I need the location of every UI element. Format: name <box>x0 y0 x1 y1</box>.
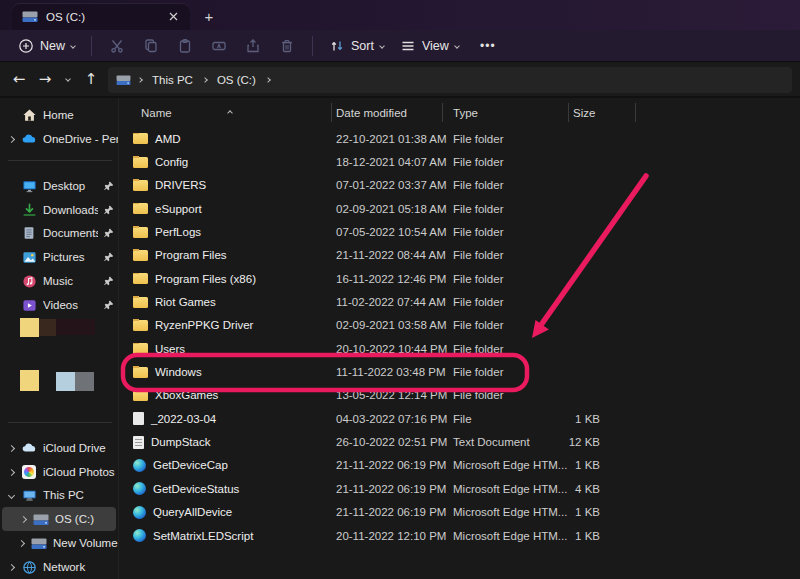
view-list-icon <box>400 38 416 54</box>
table-row[interactable]: PerfLogs07-05-2022 10:54 AMFile folder <box>133 220 653 243</box>
table-row[interactable]: AMD22-10-2021 01:38 AMFile folder <box>133 127 653 150</box>
table-row[interactable]: DumpStack26-10-2022 02:51 PMText Documen… <box>133 430 653 453</box>
table-row[interactable]: Riot Games11-02-2022 07:44 AMFile folder <box>133 290 653 313</box>
chevron-down-icon <box>454 43 460 49</box>
folder-icon <box>133 367 148 378</box>
sidebar-item-home[interactable]: Home <box>0 103 118 127</box>
column-header-size[interactable]: Size <box>573 107 595 119</box>
copy-button[interactable] <box>134 33 168 59</box>
address-bar[interactable]: This PC OS (C:) <box>108 67 792 93</box>
column-separator[interactable] <box>568 103 569 122</box>
tab-close-icon[interactable] <box>164 8 182 26</box>
pin-icon <box>104 276 114 286</box>
table-row[interactable]: Users20-10-2022 10:44 PMFile folder <box>133 337 653 360</box>
explorer-tab[interactable]: OS (C:) <box>12 3 190 30</box>
breadcrumb-separator-icon <box>137 77 143 83</box>
sidebar-item-music[interactable]: Music <box>0 269 118 293</box>
trash-icon <box>279 38 295 54</box>
chevron-right-icon[interactable] <box>18 539 25 546</box>
paste-icon <box>177 38 193 54</box>
ellipsis-icon: ••• <box>480 39 496 53</box>
sidebar-item-this-pc[interactable]: This PC <box>0 483 118 507</box>
chevron-right-icon[interactable] <box>8 563 15 570</box>
column-separator[interactable] <box>331 103 332 122</box>
table-row[interactable]: GetDeviceCap21-11-2022 06:19 PMMicrosoft… <box>133 454 653 477</box>
desktop-icon <box>21 179 37 194</box>
sidebar-item-new-volume-d[interactable]: New Volume (D:) <box>0 531 118 555</box>
sidebar-item-os-c[interactable]: OS (C:) <box>2 507 116 531</box>
file-explorer-window: OS (C:) + New <box>0 0 800 579</box>
sidebar-item-documents[interactable]: Documents <box>0 221 118 245</box>
more-options-button[interactable]: ••• <box>471 33 505 59</box>
chevron-down-icon[interactable] <box>8 491 15 498</box>
drive-icon <box>22 10 38 23</box>
column-separator[interactable] <box>635 103 636 122</box>
column-separator[interactable] <box>442 103 443 122</box>
command-toolbar: New Sort View <box>0 30 800 62</box>
table-row[interactable]: Program Files (x86)16-11-2022 12:46 PMFi… <box>133 267 653 290</box>
chevron-right-icon[interactable] <box>20 515 27 522</box>
sidebar-item-onedrive[interactable]: OneDrive - Persona <box>0 127 118 151</box>
table-row[interactable]: Program Files21-11-2022 08:44 AMFile fol… <box>133 244 653 267</box>
table-row[interactable]: RyzenPPKG Driver02-09-2021 03:58 AMFile … <box>133 314 653 337</box>
table-row[interactable]: XboxGames13-05-2022 12:14 PMFile folder <box>133 384 653 407</box>
sidebar-item-downloads[interactable]: Downloads <box>0 198 118 222</box>
folder-icon <box>133 227 148 238</box>
new-tab-button[interactable]: + <box>198 5 220 27</box>
documents-icon <box>21 226 37 240</box>
sidebar-item-pictures[interactable]: Pictures <box>0 245 118 269</box>
sidebar-thumbnail <box>56 319 95 335</box>
table-row[interactable]: eSupport02-09-2021 05:18 AMFile folder <box>133 197 653 220</box>
column-header-type[interactable]: Type <box>453 107 478 119</box>
column-header-date-modified[interactable]: Date modified <box>336 107 407 119</box>
table-row[interactable]: DRIVERS07-01-2022 03:37 AMFile folder <box>133 174 653 197</box>
table-row[interactable]: QueryAllDevice21-11-2022 06:19 PMMicroso… <box>133 501 653 524</box>
table-row-windows[interactable]: Windows11-11-2022 03:48 PMFile folder <box>133 360 653 383</box>
forward-button[interactable]: → <box>32 66 58 92</box>
sort-button[interactable]: Sort <box>321 33 392 59</box>
table-row[interactable]: GetDeviceStatus21-11-2022 06:19 PMMicros… <box>133 477 653 500</box>
column-header-name[interactable]: Name <box>141 107 172 119</box>
drive-icon <box>31 537 47 550</box>
paste-button[interactable] <box>168 33 202 59</box>
folder-icon <box>133 133 148 144</box>
this-pc-icon <box>21 488 37 503</box>
new-button[interactable]: New <box>10 33 83 59</box>
share-button[interactable] <box>236 33 270 59</box>
chevron-right-icon[interactable] <box>8 135 15 142</box>
sidebar-divider <box>118 98 119 579</box>
up-button[interactable]: ↑ <box>78 66 104 92</box>
new-button-label: New <box>40 39 65 53</box>
folder-icon <box>133 203 148 214</box>
table-row[interactable]: Config18-12-2021 04:07 AMFile folder <box>133 150 653 173</box>
cut-button[interactable] <box>100 33 134 59</box>
rename-icon <box>211 38 227 54</box>
sidebar-item-icloud-drive[interactable]: iCloud Drive <box>0 436 118 460</box>
sidebar-item-network[interactable]: Network <box>0 555 118 579</box>
view-button-label: View <box>422 39 449 53</box>
sidebar-item-icloud-photos[interactable]: iCloud Photos <box>0 460 118 484</box>
view-button[interactable]: View <box>392 33 467 59</box>
pin-icon <box>104 252 114 262</box>
back-button[interactable]: ← <box>6 66 32 92</box>
breadcrumb-this-pc[interactable]: This PC <box>149 73 196 87</box>
sidebar-item-videos[interactable]: Videos <box>0 293 118 317</box>
breadcrumb-separator-icon <box>265 77 271 83</box>
edge-html-icon <box>133 482 146 495</box>
table-row[interactable]: SetMatrixLEDScript20-11-2022 12:10 PMMic… <box>133 524 653 547</box>
recent-locations-button[interactable] <box>58 66 78 92</box>
chevron-right-icon[interactable] <box>8 468 15 475</box>
breadcrumb-os-c[interactable]: OS (C:) <box>214 73 259 87</box>
sort-icon <box>329 38 345 54</box>
sidebar-separator <box>8 422 112 423</box>
delete-button[interactable] <box>270 33 304 59</box>
folder-icon <box>133 180 148 191</box>
pin-icon <box>104 300 114 310</box>
table-row[interactable]: _2022-03-0404-03-2022 07:16 PMFile1 KB <box>133 407 653 430</box>
sidebar-item-desktop[interactable]: Desktop <box>0 174 118 198</box>
copy-icon <box>143 38 159 54</box>
chevron-right-icon[interactable] <box>8 444 15 451</box>
share-icon <box>245 38 261 54</box>
rename-button[interactable] <box>202 33 236 59</box>
sidebar-thumbnail <box>39 319 56 336</box>
